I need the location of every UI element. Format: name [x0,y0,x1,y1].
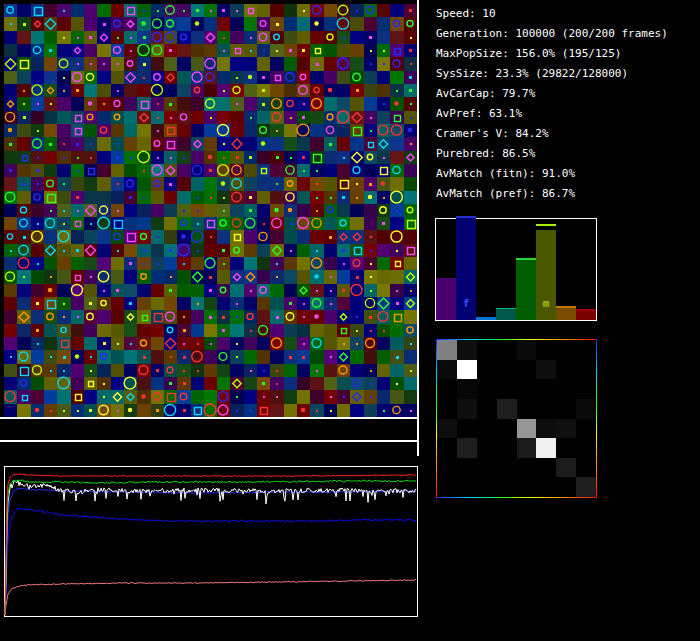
matrix-cell [517,477,537,497]
histogram-bar [556,306,576,320]
matrix-cell [536,360,556,380]
matrix-cell [437,360,457,380]
matrix-cell [477,419,497,439]
matrix-cell [497,340,517,360]
world-bottom-border-line [0,417,419,419]
matrix-cell [437,399,457,419]
histogram-bar [576,309,596,320]
matrix-cell [576,379,596,399]
stats-panel: Speed: 10 Generation: 100000 (200/200 fr… [436,4,698,204]
female-label: f [456,298,476,310]
matrix-cell [556,379,576,399]
matrix-cell [437,438,457,458]
matrix-cell [477,438,497,458]
matrix-border-bottom [436,497,597,498]
matrix-cell [497,477,517,497]
matrix-cell [497,360,517,380]
history-series-syssize-pink [5,580,416,615]
stat-syssize: SysSize: 23.3% (29822/128000) [436,64,698,84]
matrix-cell [437,379,457,399]
histogram-bar-cap [456,216,476,218]
stat-generation: Generation: 100000 (200/200 frames) [436,24,698,44]
matrix-cell [477,477,497,497]
matrix-cell [437,340,457,360]
matrix-cell [457,458,477,478]
preference-matrix [437,340,596,497]
matrix-cell [497,438,517,458]
matrix-cell [556,477,576,497]
male-label: m [536,298,556,310]
matrix-cell [536,379,556,399]
matrix-cell [517,438,537,458]
histogram-bar [496,308,516,320]
matrix-cell [457,438,477,458]
matrix-cell [457,477,477,497]
matrix-cell [517,419,537,439]
world-right-border-line [417,0,419,456]
matrix-cell [556,340,576,360]
history-chart [4,466,418,617]
matrix-cell [457,379,477,399]
matrix-cell [576,360,596,380]
matrix-cell [457,419,477,439]
matrix-cell [477,360,497,380]
matrix-cell [497,399,517,419]
histogram-bar-cap [516,258,536,260]
matrix-cell [576,399,596,419]
matrix-cell [477,379,497,399]
history-series-avmatch-pref-green [5,480,416,615]
matrix-cell [497,419,517,439]
matrix-cell [556,360,576,380]
matrix-cell [457,360,477,380]
stat-avmatch-fitn: AvMatch (fitn): 91.0% [436,164,698,184]
matrix-cell [576,438,596,458]
stat-purebred: Purebred: 86.5% [436,144,698,164]
matrix-cell [437,458,457,478]
matrix-cell [477,399,497,419]
matrix-cell [556,419,576,439]
stat-avpref: AvPref: 63.1% [436,104,698,124]
stat-speed: Speed: 10 [436,4,698,24]
histogram-bar-cap [556,306,576,308]
matrix-cell [457,399,477,419]
matrix-cell [536,340,556,360]
stat-maxpopsize: MaxPopSize: 156.0% (195/125) [436,44,698,64]
world-grid-canvas[interactable] [4,4,417,417]
matrix-cell [477,340,497,360]
history-series-avcarcap-blue [5,488,416,615]
histogram-bar-cap [496,308,516,309]
matrix-cell [576,477,596,497]
stat-avmatch-pref: AvMatch (pref): 86.7% [436,184,698,204]
matrix-cell [517,379,537,399]
stat-cramers-v: Cramer's V: 84.2% [436,124,698,144]
matrix-cell [457,340,477,360]
matrix-border-right [596,339,597,498]
matrix-cell [556,399,576,419]
matrix-cell [477,458,497,478]
matrix-cell [437,477,457,497]
histogram-bar [436,278,456,320]
histogram-bar-cap [576,309,596,311]
matrix-cell [576,340,596,360]
matrix-cell [556,458,576,478]
matrix-cell [556,438,576,458]
matrix-cell [517,458,537,478]
histogram-peak-marker [536,224,556,226]
matrix-cell [517,399,537,419]
history-series-avpref-blue [5,508,416,614]
histogram-bar [516,258,536,320]
matrix-cell [517,340,537,360]
matrix-cell [576,419,596,439]
matrix-cell [497,379,517,399]
histogram-bar [476,317,496,320]
matrix-cell [536,399,556,419]
separator-line [0,440,419,442]
simulation-app-window: Speed: 10 Generation: 100000 (200/200 fr… [0,0,700,641]
matrix-cell [536,438,556,458]
matrix-cell [517,360,537,380]
stat-avcarcap: AvCarCap: 79.7% [436,84,698,104]
history-series-purebred-white [5,480,416,615]
matrix-cell [576,458,596,478]
matrix-cell [536,458,556,478]
matrix-cell [497,458,517,478]
